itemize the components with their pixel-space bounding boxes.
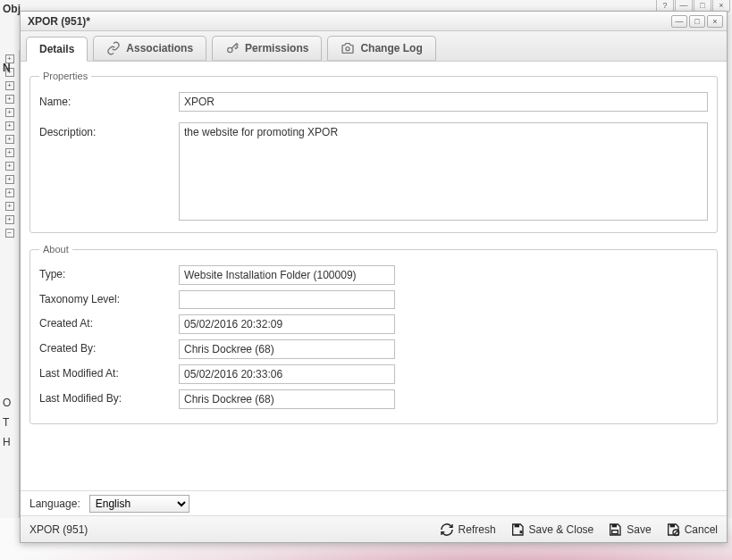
dialog-title: XPOR (951)* <box>24 15 669 28</box>
svg-point-1 <box>346 47 349 51</box>
svg-rect-2 <box>514 524 518 527</box>
minimize-button[interactable]: — <box>671 15 687 28</box>
tree-collapse-icon: − <box>5 229 14 238</box>
refresh-icon <box>440 522 454 537</box>
type-label: Type: <box>39 265 179 280</box>
language-label: Language: <box>29 497 80 510</box>
tab-bar: Details Associations Permissions Change … <box>21 31 727 62</box>
tree-expand-icon: + <box>5 215 14 224</box>
tree-expand-icon: + <box>5 121 14 130</box>
save-button[interactable]: Save <box>608 522 651 537</box>
save-close-icon <box>510 522 525 537</box>
svg-rect-5 <box>669 524 674 527</box>
dialog-footer: XPOR (951) Refresh Save & Close Save <box>21 515 727 542</box>
refresh-button[interactable]: Refresh <box>440 522 496 537</box>
properties-fieldset: Properties Name: Description: <box>29 71 718 233</box>
description-input[interactable] <box>179 122 708 221</box>
description-label: Description: <box>39 122 179 138</box>
created-by-label: Created By: <box>39 339 179 355</box>
taxonomy-value <box>179 290 395 309</box>
tree-expand-icon: + <box>5 188 14 197</box>
bg-letter-n: N <box>3 62 11 74</box>
tab-details[interactable]: Details <box>26 37 88 62</box>
type-value: Website Installation Folder (100009) <box>179 265 395 285</box>
modified-at-value: 05/02/2016 20:33:06 <box>179 364 395 384</box>
key-icon <box>225 41 240 55</box>
name-input[interactable] <box>179 92 708 112</box>
language-bar: Language: English <box>21 490 727 515</box>
svg-rect-4 <box>612 530 618 533</box>
cancel-icon <box>666 522 680 537</box>
taxonomy-label: Taxonomy Level: <box>39 290 179 305</box>
tree-expand-icon: + <box>5 81 14 90</box>
tree-expand-icon: + <box>5 108 14 117</box>
about-fieldset: About Type: Website Installation Folder … <box>29 244 718 424</box>
dialog-body: Properties Name: Description: About Type… <box>21 62 727 490</box>
refresh-label: Refresh <box>459 523 496 536</box>
footer-object-title: XPOR (951) <box>29 523 88 536</box>
background-sidebar: + + + + + + + + + + + + + − <box>0 50 20 532</box>
about-legend: About <box>39 244 72 255</box>
tab-label: Change Log <box>360 42 422 54</box>
maximize-button[interactable]: □ <box>689 15 705 28</box>
close-button[interactable]: × <box>707 15 723 28</box>
link-icon <box>106 41 121 55</box>
tab-change-log[interactable]: Change Log <box>327 36 435 61</box>
save-label: Save <box>627 523 651 536</box>
tree-expand-icon: + <box>5 148 14 157</box>
created-at-label: Created At: <box>39 314 179 330</box>
bg-letter-t: T <box>3 416 9 429</box>
tree-expand-icon: + <box>5 175 14 184</box>
created-by-value: Chris Dockree (68) <box>179 339 395 359</box>
tab-associations[interactable]: Associations <box>93 36 206 61</box>
modified-by-label: Last Modified By: <box>39 389 179 405</box>
bg-letter-h: H <box>3 436 11 448</box>
camera-icon <box>341 41 355 55</box>
svg-rect-3 <box>612 524 617 527</box>
cancel-label: Cancel <box>685 523 718 536</box>
dialog-titlebar[interactable]: XPOR (951)* — □ × <box>21 12 727 31</box>
tree-expand-icon: + <box>5 135 14 144</box>
properties-legend: Properties <box>39 71 91 81</box>
save-icon <box>608 522 622 537</box>
tab-label: Permissions <box>245 42 308 54</box>
tree-expand-icon: + <box>5 162 14 171</box>
tab-permissions[interactable]: Permissions <box>212 36 322 61</box>
cancel-button[interactable]: Cancel <box>666 522 718 537</box>
language-select[interactable]: English <box>89 495 189 513</box>
name-label: Name: <box>39 92 179 108</box>
bg-letter-o: O <box>3 397 11 409</box>
object-editor-dialog: XPOR (951)* — □ × Details Associations P… <box>20 11 728 543</box>
modified-at-label: Last Modified At: <box>39 364 179 380</box>
tree-expand-icon: + <box>5 202 14 211</box>
modified-by-value: Chris Dockree (68) <box>179 389 395 409</box>
save-close-label: Save & Close <box>529 523 594 536</box>
save-and-close-button[interactable]: Save & Close <box>510 522 594 537</box>
tab-label: Details <box>39 43 74 55</box>
created-at-value: 05/02/2016 20:32:09 <box>179 314 395 334</box>
tree-expand-icon: + <box>5 95 14 104</box>
tab-label: Associations <box>126 42 193 54</box>
